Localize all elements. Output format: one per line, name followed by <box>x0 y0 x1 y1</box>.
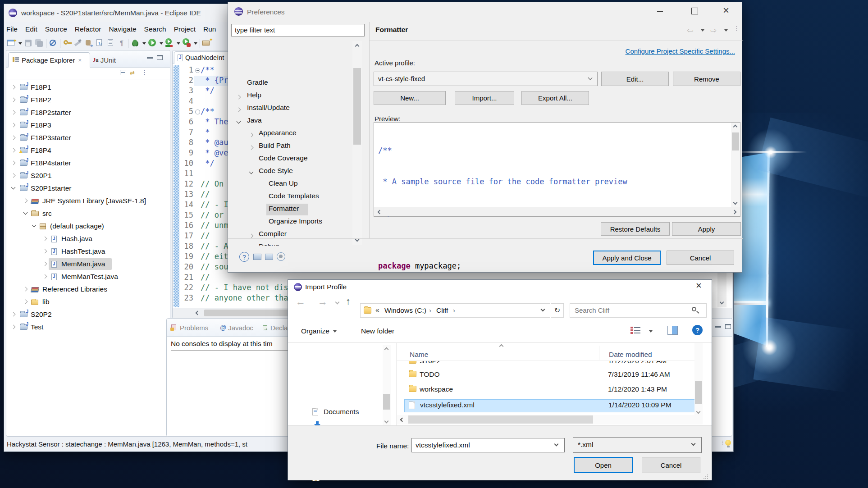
tree-item[interactable]: F18P3 <box>6 119 169 132</box>
file-row[interactable]: S16P21/12/2020 2:01 AM <box>397 361 703 370</box>
file-row[interactable]: workspace1/12/2020 1:43 PM <box>397 385 703 399</box>
menu-project[interactable]: Project <box>174 25 196 33</box>
views-icon[interactable] <box>630 326 641 336</box>
menu-file[interactable]: File <box>6 25 18 33</box>
sidebar-scrollbar[interactable] <box>383 345 391 425</box>
tab-junit[interactable]: Ju JUnit <box>93 52 129 68</box>
skip-breakpoints-icon[interactable] <box>48 38 59 49</box>
back-icon[interactable]: ← <box>296 296 306 308</box>
new-wizard-dropdown[interactable] <box>18 42 22 45</box>
tree-item[interactable]: F18P1 <box>6 82 169 94</box>
tree-item[interactable]: S20P2 <box>6 309 169 321</box>
prefs-titlebar[interactable]: Preferences × <box>228 2 742 22</box>
profile-icon[interactable] <box>182 38 192 49</box>
menu-run[interactable]: Run <box>203 25 216 33</box>
tab-problems[interactable]: Problems <box>170 320 208 335</box>
menu-search[interactable]: Search <box>144 25 166 33</box>
view-menu-icon[interactable]: ⋮ <box>142 69 147 76</box>
doc-icon[interactable] <box>105 38 116 49</box>
file-type-combobox[interactable]: *.xml <box>573 437 702 453</box>
maximize-view-icon[interactable] <box>725 324 731 329</box>
debug-icon[interactable] <box>130 38 141 49</box>
tree-item[interactable]: F18P3starter <box>6 132 169 144</box>
cancel-button[interactable]: Cancel <box>642 457 700 473</box>
debug-dropdown[interactable] <box>142 42 146 45</box>
close-button[interactable]: × <box>696 280 702 292</box>
file-row[interactable]: TODO7/31/2019 11:46 AM <box>397 370 703 384</box>
tab-close-icon[interactable]: × <box>78 57 82 64</box>
run-icon[interactable] <box>147 38 158 49</box>
brush-icon[interactable] <box>73 38 84 49</box>
coverage-icon[interactable] <box>164 38 175 49</box>
up-icon[interactable]: ↑ <box>346 296 351 307</box>
file-row-selected[interactable]: vtcsstylefixed.xml1/14/2020 10:09 PM <box>404 399 695 412</box>
cancel-button[interactable]: Cancel <box>667 251 734 265</box>
tree-item[interactable]: Test <box>6 321 169 333</box>
import-titlebar[interactable]: Import Profile × <box>288 280 712 294</box>
configure-project-link[interactable]: Configure Project Specific Settings... <box>553 47 735 55</box>
lightbulb-icon[interactable] <box>725 440 731 446</box>
tab-javadoc[interactable]: @ Javadoc <box>220 320 253 335</box>
maximize-view-icon[interactable] <box>157 55 163 60</box>
preview-pane-icon[interactable] <box>667 326 678 335</box>
tree-item[interactable]: HashTest.java <box>6 246 169 258</box>
oomph-icon[interactable] <box>277 252 285 261</box>
nav-back-icon[interactable]: ⇦ <box>687 26 693 35</box>
minimize-view-icon[interactable] <box>715 326 721 328</box>
new-wizard-icon[interactable]: ✦ <box>6 38 17 49</box>
list-hscrollbar[interactable] <box>397 415 703 424</box>
tree-item[interactable]: F18P2starter <box>6 107 169 119</box>
save-all-icon[interactable] <box>34 38 45 49</box>
tree-item[interactable]: src <box>6 208 169 220</box>
resize-grip[interactable] <box>704 474 708 479</box>
filter-input[interactable]: type filter text <box>231 24 365 36</box>
recent-locations-dropdown[interactable] <box>335 300 340 305</box>
views-dropdown[interactable] <box>649 330 653 333</box>
menu-navigate[interactable]: Navigate <box>109 25 136 33</box>
export-prefs-icon[interactable] <box>265 254 273 260</box>
column-date-modified[interactable]: Date modified <box>609 351 652 359</box>
open-button[interactable]: Open <box>574 457 633 473</box>
menu-source[interactable]: Source <box>45 25 67 33</box>
column-name[interactable]: Name <box>410 351 428 359</box>
tab-package-explorer[interactable]: Package Explorer × <box>8 52 90 68</box>
help-icon[interactable]: ? <box>239 252 249 262</box>
nav-forward-dropdown[interactable] <box>724 29 728 32</box>
search-box[interactable]: Search Cliff <box>570 303 707 318</box>
tree-item[interactable]: F18P4starter <box>6 157 169 169</box>
menu-refactor[interactable]: Refactor <box>75 25 101 33</box>
tree-item[interactable]: S20P1starter <box>6 182 169 195</box>
edit-button[interactable]: Edit... <box>601 72 669 86</box>
help-icon[interactable]: ? <box>692 325 703 335</box>
address-bar[interactable]: « Windows (C:) › Cliff › <box>360 303 550 318</box>
crumb-windows[interactable]: Windows (C:) <box>384 306 426 315</box>
nav-forward-icon[interactable]: ⇨ <box>710 26 717 35</box>
apply-button[interactable]: Apply <box>672 222 741 236</box>
new-java-project-icon[interactable]: ✦ <box>202 38 213 49</box>
forward-icon[interactable]: → <box>318 296 328 308</box>
new-folder-button[interactable]: New folder <box>361 327 394 335</box>
minimize-view-icon[interactable] <box>147 57 153 59</box>
preview-hscrollbar[interactable] <box>374 207 740 216</box>
tree-item-selected[interactable]: MemMan.java <box>6 258 169 270</box>
list-vscrollbar[interactable] <box>694 343 703 415</box>
export-all-button[interactable]: Export All... <box>521 91 589 105</box>
tree-item[interactable]: Hash.java <box>6 233 169 245</box>
minimize-button[interactable] <box>657 11 663 12</box>
address-dropdown[interactable] <box>541 307 545 312</box>
new-button[interactable]: New... <box>374 91 446 105</box>
tree-item[interactable]: lib <box>6 296 169 308</box>
refresh-doc-icon[interactable]: ↻ <box>95 38 105 49</box>
tree-item[interactable]: (default package) <box>6 220 169 233</box>
save-icon[interactable] <box>23 38 34 49</box>
apply-and-close-button[interactable]: Apply and Close <box>593 251 661 265</box>
coverage-dropdown[interactable] <box>177 42 180 45</box>
organize-menu[interactable]: Organize <box>301 327 338 335</box>
tree-item[interactable]: F18P2 <box>6 94 169 106</box>
tree-item[interactable]: MemManTest.java <box>6 271 169 283</box>
maximize-button[interactable] <box>691 8 698 14</box>
link-editor-icon[interactable]: ⇄ <box>130 69 135 76</box>
profile-combobox[interactable]: vt-cs-style-fixed <box>374 72 598 86</box>
import-button[interactable]: Import... <box>455 91 514 105</box>
debug-key-icon[interactable] <box>62 38 73 49</box>
